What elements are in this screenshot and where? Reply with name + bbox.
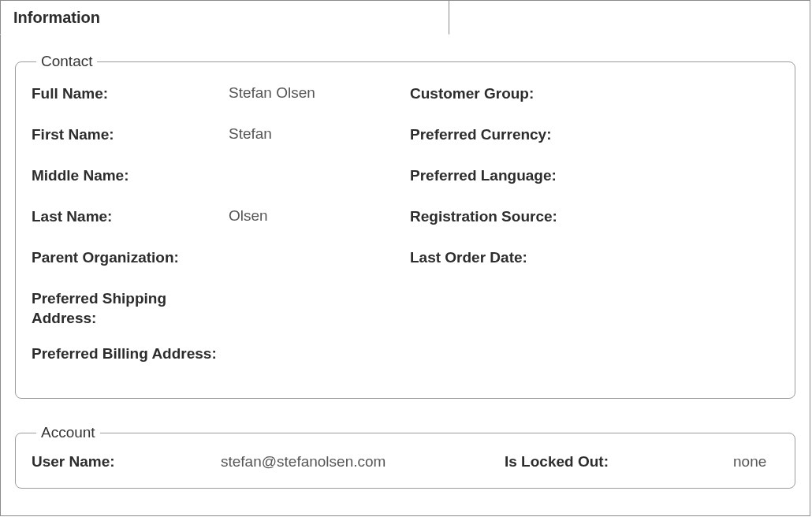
pref-billing-label: Preferred Billing Address: bbox=[32, 344, 237, 364]
account-fieldset: Account User Name: stefan@stefanolsen.co… bbox=[15, 424, 795, 489]
last-order-label: Last Order Date: bbox=[410, 248, 646, 268]
field-row-pref-language: Preferred Language: bbox=[410, 163, 779, 204]
customer-group-label: Customer Group: bbox=[410, 84, 646, 104]
locked-out-value: none bbox=[733, 453, 779, 471]
user-name-value: stefan@stefanolsen.com bbox=[221, 453, 505, 471]
pref-shipping-label: Preferred Shipping Address: bbox=[32, 289, 189, 328]
information-panel: Information Contact Full Name: Stefan Ol… bbox=[0, 0, 810, 516]
field-row-middle-name: Middle Name: bbox=[32, 163, 410, 204]
parent-org-label: Parent Organization: bbox=[32, 248, 229, 268]
contact-column-left: Full Name: Stefan Olsen First Name: Stef… bbox=[32, 81, 410, 382]
first-name-label: First Name: bbox=[32, 125, 229, 145]
contact-fieldset: Contact Full Name: Stefan Olsen First Na… bbox=[15, 53, 795, 399]
field-row-customer-group: Customer Group: bbox=[410, 81, 779, 122]
field-row-last-order: Last Order Date: bbox=[410, 245, 779, 286]
tab-label: Information bbox=[13, 9, 100, 27]
contact-grid: Full Name: Stefan Olsen First Name: Stef… bbox=[32, 73, 779, 382]
field-row-pref-billing: Preferred Billing Address: bbox=[32, 341, 410, 382]
middle-name-label: Middle Name: bbox=[32, 166, 229, 186]
reg-source-label: Registration Source: bbox=[410, 207, 646, 227]
account-grid: User Name: stefan@stefanolsen.com Is Loc… bbox=[32, 444, 779, 472]
tab-strip: Information bbox=[1, 1, 810, 34]
pref-currency-label: Preferred Currency: bbox=[410, 125, 646, 145]
account-legend: Account bbox=[36, 424, 100, 441]
panel-content: Contact Full Name: Stefan Olsen First Na… bbox=[1, 34, 810, 489]
field-row-last-name: Last Name: Olsen bbox=[32, 204, 410, 245]
last-name-label: Last Name: bbox=[32, 207, 229, 227]
field-row-pref-shipping: Preferred Shipping Address: bbox=[32, 286, 410, 341]
contact-column-right: Customer Group: Preferred Currency: Pref… bbox=[410, 81, 779, 382]
contact-legend: Contact bbox=[36, 53, 97, 70]
pref-language-label: Preferred Language: bbox=[410, 166, 646, 186]
first-name-value: Stefan bbox=[229, 125, 272, 143]
last-name-value: Olsen bbox=[229, 207, 268, 225]
tab-information[interactable]: Information bbox=[0, 0, 449, 35]
full-name-value: Stefan Olsen bbox=[229, 84, 315, 102]
user-name-label: User Name: bbox=[32, 452, 221, 472]
field-row-reg-source: Registration Source: bbox=[410, 204, 779, 245]
field-row-pref-currency: Preferred Currency: bbox=[410, 122, 779, 163]
full-name-label: Full Name: bbox=[32, 84, 229, 104]
field-row-parent-org: Parent Organization: bbox=[32, 245, 410, 286]
field-row-first-name: First Name: Stefan bbox=[32, 122, 410, 163]
locked-out-label: Is Locked Out: bbox=[505, 452, 733, 472]
field-row-full-name: Full Name: Stefan Olsen bbox=[32, 81, 410, 122]
